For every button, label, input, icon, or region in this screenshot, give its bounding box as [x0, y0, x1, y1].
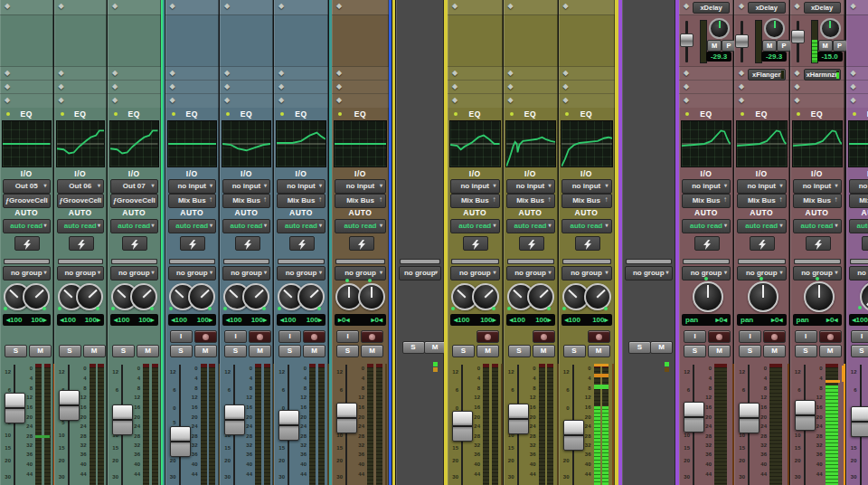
- eq-button[interactable]: EQ: [559, 109, 615, 119]
- solo-button[interactable]: S: [452, 345, 475, 357]
- eq-curve-display[interactable]: [2, 120, 52, 167]
- insert-slot-a[interactable]: ◆: [54, 0, 108, 15]
- mute-button[interactable]: M: [763, 345, 786, 357]
- group-selector[interactable]: no group▾: [168, 266, 217, 281]
- input-selector[interactable]: no input▾: [168, 179, 217, 194]
- output-selector[interactable]: Mix Bus↑: [277, 194, 326, 208]
- group-color-bar[interactable]: [335, 259, 385, 264]
- fader-track[interactable]: [14, 365, 15, 485]
- pan-value-display[interactable]: ◂100100▸: [168, 314, 217, 326]
- insert-slot-a[interactable]: ◆: [220, 0, 273, 15]
- record-arm-button[interactable]: [819, 330, 842, 343]
- mute-button[interactable]: M: [588, 345, 610, 357]
- fader-cap[interactable]: [59, 390, 80, 421]
- record-arm-button[interactable]: [303, 330, 326, 343]
- solo-button[interactable]: S: [628, 341, 651, 354]
- fader-cap[interactable]: [278, 410, 299, 441]
- input-monitor-button[interactable]: I: [684, 330, 706, 343]
- eq-curve-display[interactable]: [222, 120, 271, 167]
- insert-slot-c[interactable]: ◆: [734, 80, 789, 94]
- elastic-audio-button[interactable]: [862, 236, 868, 251]
- group-color-bar[interactable]: [451, 259, 499, 264]
- fader-cap[interactable]: [851, 406, 868, 437]
- mute-button[interactable]: M: [303, 345, 326, 357]
- elastic-audio-button[interactable]: [694, 236, 720, 251]
- insert-slot-c[interactable]: ◆: [165, 80, 220, 94]
- group-color-bar[interactable]: [278, 259, 325, 264]
- output-selector[interactable]: Mix Bus↑: [561, 194, 612, 208]
- send-pan-knob[interactable]: [709, 18, 730, 39]
- mute-button[interactable]: M: [650, 341, 673, 354]
- group-color-bar[interactable]: [400, 259, 441, 264]
- group-color-bar[interactable]: [850, 259, 868, 264]
- pan-value-display[interactable]: ◂100100▸: [561, 314, 612, 326]
- fader-cap[interactable]: [170, 426, 191, 457]
- eq-curve-display[interactable]: [561, 120, 613, 167]
- input-selector[interactable]: no input▾: [849, 179, 868, 194]
- solo-button[interactable]: S: [684, 345, 706, 357]
- record-arm-button[interactable]: [194, 330, 217, 343]
- solo-button[interactable]: S: [739, 345, 761, 357]
- eq-button[interactable]: EQ: [274, 109, 328, 119]
- output-selector[interactable]: Mix Bus↑: [737, 194, 787, 208]
- solo-button[interactable]: S: [508, 345, 531, 357]
- insert-slot-b[interactable]: ◆: [846, 66, 868, 81]
- insert-slot-a[interactable]: ◆: [165, 0, 220, 15]
- send-mute-button[interactable]: M: [707, 40, 722, 52]
- output-selector[interactable]: Mix Bus↑: [506, 194, 555, 208]
- input-selector[interactable]: no input▾: [737, 179, 787, 194]
- input-selector[interactable]: no input▾: [222, 179, 270, 194]
- insert-plugin-button[interactable]: xDelay: [804, 2, 841, 14]
- pan-value-display[interactable]: ◂100100▸: [222, 314, 270, 326]
- group-selector[interactable]: no group▾: [399, 266, 442, 281]
- elastic-audio-button[interactable]: [349, 236, 374, 251]
- input-monitor-button[interactable]: I: [739, 330, 761, 343]
- insert-slot-c[interactable]: ◆: [0, 80, 53, 94]
- group-color-bar[interactable]: [562, 259, 611, 264]
- fader-cap[interactable]: [112, 404, 133, 435]
- group-selector[interactable]: no group▾: [335, 266, 386, 281]
- input-monitor-button[interactable]: I: [224, 330, 247, 343]
- record-arm-button[interactable]: [476, 330, 499, 343]
- input-selector[interactable]: no input▾: [793, 179, 842, 194]
- elastic-audio-button[interactable]: [750, 236, 775, 251]
- insert-slot-b[interactable]: ◆: [448, 66, 503, 81]
- insert-slot-d[interactable]: ◆: [559, 93, 615, 108]
- record-arm-button[interactable]: [588, 330, 610, 343]
- elastic-audio-button[interactable]: [69, 236, 94, 251]
- record-arm-button[interactable]: [533, 330, 555, 343]
- automation-mode-selector[interactable]: auto read▾: [506, 219, 555, 233]
- elastic-audio-button[interactable]: [14, 236, 40, 251]
- insert-slot-c[interactable]: ◆: [679, 80, 733, 94]
- pan-knob-left[interactable]: [804, 281, 835, 312]
- fader-cap[interactable]: [739, 403, 760, 433]
- insert-slot-d[interactable]: ◆: [274, 93, 328, 108]
- mute-button[interactable]: M: [194, 345, 217, 357]
- automation-mode-selector[interactable]: auto read▾: [277, 219, 326, 233]
- insert-slot-d[interactable]: ◆: [790, 93, 844, 108]
- group-selector[interactable]: no group▾: [3, 266, 51, 281]
- send-mute-button[interactable]: M: [818, 40, 833, 52]
- eq-curve-display[interactable]: [109, 120, 159, 167]
- pan-knob-left[interactable]: [748, 281, 778, 312]
- mute-button[interactable]: M: [361, 345, 383, 357]
- pan-value-display[interactable]: ◂100: [849, 314, 868, 326]
- input-monitor-button[interactable]: I: [851, 330, 868, 343]
- output-selector[interactable]: ƒGrooveCell↑: [3, 194, 51, 208]
- group-color-bar[interactable]: [111, 259, 157, 264]
- insert-slot-c[interactable]: ◆: [108, 80, 161, 94]
- record-arm-button[interactable]: [708, 330, 731, 343]
- send-pan-knob[interactable]: [820, 18, 841, 39]
- insert-slot-a[interactable]: ◆: [504, 0, 558, 15]
- eq-curve-display[interactable]: [334, 120, 387, 167]
- insert-slot-b[interactable]: ◆ xHarmnzr: [790, 66, 844, 81]
- solo-button[interactable]: S: [851, 345, 868, 357]
- record-arm-button[interactable]: [361, 330, 383, 343]
- eq-curve-display[interactable]: [681, 120, 731, 167]
- group-selector[interactable]: no group▾: [222, 266, 270, 281]
- input-selector[interactable]: no input▾: [561, 179, 612, 194]
- pan-value-display[interactable]: ◂100100▸: [3, 314, 51, 326]
- automation-mode-selector[interactable]: auto read▾: [682, 219, 731, 233]
- automation-mode-selector[interactable]: auto read▾: [450, 219, 500, 233]
- insert-slot-a[interactable]: ◆: [559, 0, 615, 15]
